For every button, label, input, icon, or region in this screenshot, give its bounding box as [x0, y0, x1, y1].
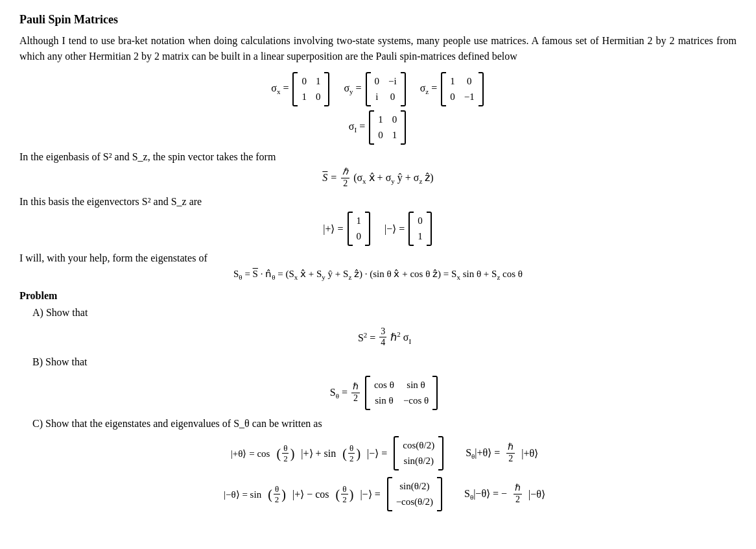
S-vec-label: S = [322, 172, 337, 184]
pauli-matrices-row: σx = 01 10 σy = 0−i i0 σz = 10 0−1 [19, 72, 737, 106]
ket-minus-theta-result: |−θ⟩ [528, 488, 545, 500]
problem-a: A) Show that S2 = 3 4 ℏ2 σI [32, 307, 737, 349]
sigma-x-label: σx = [271, 82, 289, 95]
ket-minus-label: |−⟩ = [384, 223, 405, 235]
s-theta-eq: Sθ = S · n̂θ = (Sx x̂ + Sy ŷ + Sz ẑ) · (… [19, 268, 737, 281]
s-theta-full-eq: Sθ = S · n̂θ = (Sx x̂ + Sy ŷ + Sz ẑ) · (… [233, 268, 523, 281]
ket-plus-theta-col-vec: cos(θ/2) sin(θ/2) [394, 436, 443, 470]
problem-b-eq: Sθ = ℏ 2 cos θsin θ sin θ−cos θ [32, 376, 737, 410]
s-squared-eq: S2 = [358, 331, 375, 344]
theta-over-2-paren-3: ( θ 2 ) [268, 484, 286, 505]
theta-over-2-paren-4: ( θ 2 ) [336, 484, 354, 505]
s-theta-matrix: cos θsin θ sin θ−cos θ [365, 376, 438, 410]
ket-plus-theta-result: |+θ⟩ [521, 447, 538, 459]
spin-vector-eq: S = ℏ 2 (σx x̂ + σy ŷ + σz ẑ) [19, 167, 737, 189]
sigma-z-label: σz = [420, 82, 438, 95]
eigenbasis-text: In the eigenbasis of S² and S_z, the spi… [19, 151, 737, 163]
hbar-over-2-c1: ℏ 2 [506, 442, 515, 465]
problem-label: Problem [19, 290, 737, 302]
sigma-z-matrix: 10 0−1 [441, 72, 483, 106]
theta-over-2-frac2: θ 2 [348, 443, 355, 464]
hbar-sigma-I: ℏ2 σI [390, 330, 411, 345]
theta-over-2-paren-2: ( θ 2 ) [342, 443, 360, 464]
hbar-over-2: ℏ 2 [341, 167, 349, 189]
sigma-y-matrix: 0−i i0 [366, 72, 406, 106]
hbar-over-2-b: ℏ 2 [351, 382, 360, 404]
ket-minus-2: |−⟩ = [360, 488, 380, 500]
eigenstates-text: I will, with your help, form the eigenst… [19, 252, 737, 264]
theta-over-2-paren-1: ( θ 2 ) [276, 443, 294, 464]
eigenvectors-text: In this basis the eigenvectors S² and S_… [19, 196, 737, 208]
ket-plus-2: |+⟩ − cos [292, 488, 329, 500]
ket-minus-matrix: 0 1 [408, 212, 432, 246]
problem-c: C) Show that the eigenstates and eigenva… [32, 418, 737, 511]
problem-b: B) Show that Sθ = ℏ 2 cos θsin θ sin θ−c… [32, 356, 737, 410]
ket-plus-label: |+⟩ = [323, 223, 343, 235]
three-over-four: 3 4 [379, 326, 386, 349]
ket-plus-1: |+⟩ + sin [301, 447, 336, 459]
theta-over-2-frac1: θ 2 [282, 443, 289, 464]
hbar-over-2-c2: ℏ 2 [514, 483, 522, 506]
sigma-I-row: σI = 10 01 [19, 110, 737, 145]
eigenvectors-row: |+⟩ = 1 0 |−⟩ = 0 1 [19, 212, 737, 246]
sigma-I-label: σI = [349, 121, 365, 134]
theta-over-2-frac3: θ 2 [274, 484, 281, 505]
problem-b-label: B) Show that [32, 356, 737, 368]
ket-minus-1: |−⟩ = [367, 447, 387, 459]
sigma-x-matrix: 01 10 [292, 72, 329, 106]
sigma-vector-sum: (σx x̂ + σy ŷ + σz ẑ) [353, 171, 433, 185]
s-theta-matrix-label: Sθ = [330, 387, 348, 400]
intro-text: Although I tend to use bra-ket notation … [19, 33, 737, 64]
ket-minus-theta-col-vec: sin(θ/2) −cos(θ/2) [387, 477, 442, 511]
problem-c-row2: |−θ⟩ = sin ( θ 2 ) |+⟩ − cos ( θ 2 ) |−⟩… [32, 477, 737, 511]
ket-plus-matrix: 1 0 [348, 212, 371, 246]
page-title: Pauli Spin Matrices [19, 13, 737, 27]
problem-c-row1: |+θ⟩ = cos ( θ 2 ) |+⟩ + sin ( θ 2 ) |−⟩… [32, 436, 737, 470]
theta-over-2-frac4: θ 2 [341, 484, 348, 505]
problem-a-eq: S2 = 3 4 ℏ2 σI [32, 326, 737, 349]
problem-a-label: A) Show that [32, 307, 737, 319]
eigenvalue-plus-eq: Sθ|+θ⟩ = [466, 446, 500, 460]
sigma-I-matrix: 10 01 [369, 110, 406, 145]
sigma-y-label: σy = [344, 82, 361, 95]
ket-plus-theta-eq: |+θ⟩ = cos [231, 448, 270, 459]
problem-c-label: C) Show that the eigenstates and eigenva… [32, 418, 737, 430]
eigenvalue-minus-eq: Sθ|−θ⟩ = − [464, 487, 507, 501]
ket-minus-theta-eq: |−θ⟩ = sin [224, 489, 261, 500]
